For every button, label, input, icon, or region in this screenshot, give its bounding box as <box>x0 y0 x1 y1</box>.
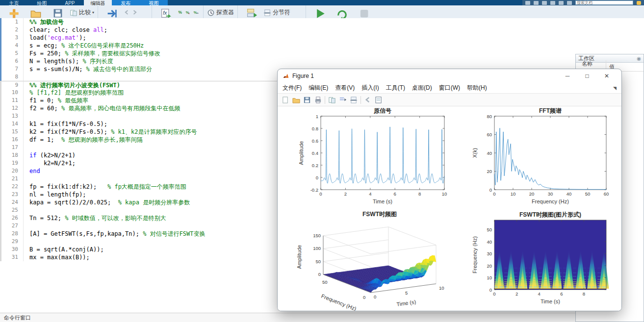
copy-figure-icon[interactable] <box>328 96 336 104</box>
paste-icon[interactable] <box>550 1 555 5</box>
code-line-4[interactable]: 4s = ecg; % 这个ECG信号采样率是250Hz <box>0 42 644 50</box>
tab-home[interactable]: 主页 <box>0 0 28 5</box>
svg-text:80: 80 <box>487 114 492 119</box>
subplot-fft-spectrum[interactable]: 0102030405060020406080Frequency (Hz)X(k)… <box>470 107 622 208</box>
line-number: 27 <box>1 222 23 230</box>
cut-icon[interactable] <box>534 1 539 5</box>
svg-text:0: 0 <box>489 187 492 193</box>
code-text: %% 加载信号 <box>23 18 644 26</box>
svg-text:0: 0 <box>374 294 376 299</box>
compare-button[interactable]: 比较▾ <box>70 8 94 17</box>
figure-titlebar[interactable]: Figure 1 ─ □ ✕ <box>278 69 621 83</box>
menubar-overflow-icon[interactable]: ◥ <box>613 86 617 91</box>
code-line-1[interactable]: 1%% 加载信号 <box>0 18 644 26</box>
minimize-button[interactable]: ─ <box>558 73 577 79</box>
svg-text:0: 0 <box>489 287 492 293</box>
close-button[interactable]: ✕ <box>597 73 617 79</box>
line-number: 18 <box>1 151 23 159</box>
svg-text:20: 20 <box>487 169 492 174</box>
line-number: 2 <box>1 26 23 34</box>
svg-text:4: 4 <box>369 191 371 197</box>
line-number: 23 <box>1 191 23 198</box>
data-tips-icon[interactable] <box>375 96 383 104</box>
figure-menu-i[interactable]: 插入(I) <box>361 84 379 92</box>
line-number: 20 <box>1 167 23 175</box>
insert-colorbar-icon[interactable] <box>339 96 347 104</box>
svg-text:4: 4 <box>538 291 541 297</box>
open-file-icon[interactable] <box>292 96 300 104</box>
redo-icon[interactable] <box>567 1 572 5</box>
tab-plots[interactable]: 绘图 <box>28 0 56 5</box>
command-window-label: 命令行窗口 <box>4 314 31 322</box>
print-figure-icon[interactable] <box>314 96 322 104</box>
line-number: 6 <box>1 57 23 65</box>
svg-text:5: 5 <box>405 290 408 296</box>
svg-text:10: 10 <box>442 191 447 197</box>
code-line-3[interactable]: 3load('ecg.mat'); <box>0 34 644 42</box>
svg-text:Amplitude: Amplitude <box>296 245 302 269</box>
figure-menu-t[interactable]: 工具(T) <box>386 84 405 92</box>
svg-text:100: 100 <box>313 246 321 251</box>
open-icon <box>30 8 41 19</box>
history-arrows[interactable] <box>124 8 148 17</box>
save-icon[interactable] <box>525 1 530 5</box>
new-figure-icon[interactable] <box>282 96 289 104</box>
save-figure-icon[interactable] <box>303 96 311 104</box>
svg-text:0: 0 <box>493 191 495 197</box>
svg-text:60: 60 <box>604 191 609 197</box>
undo-icon[interactable] <box>559 1 564 5</box>
line-number: 17 <box>1 144 23 151</box>
figure-window[interactable]: Figure 1 ─ □ ✕ 文件(F)编辑(E)查看(V)插入(I)工具(T)… <box>277 69 622 311</box>
comment-icon: % <box>178 9 184 16</box>
subplot-fswt-surface[interactable]: 0500510050100150Frequency (Hz)Time (s)Am… <box>286 210 458 311</box>
tab-editor[interactable]: 编辑器 <box>84 0 112 5</box>
maximize-button[interactable]: □ <box>577 73 597 79</box>
subplot-fswt-image[interactable]: 0246801020304050Time (s)Frequency (Hz)FS… <box>470 210 622 311</box>
line-number: 5 <box>1 50 23 57</box>
line-number: 22 <box>1 183 23 191</box>
copy-icon[interactable] <box>542 1 547 5</box>
line-number: 13 <box>1 112 23 120</box>
svg-text:Frequency (Hz): Frequency (Hz) <box>472 236 478 273</box>
code-line-5[interactable]: 5Fs = 250; % 采样频率，需要根据实际信号修改 <box>0 50 644 57</box>
section-break-button[interactable]: 分节符 <box>263 8 302 17</box>
code-text: Fs = 250; % 采样频率，需要根据实际信号修改 <box>23 50 644 57</box>
stop-icon <box>359 8 369 19</box>
svg-text:%: % <box>194 10 197 15</box>
code-line-2[interactable]: 2clear; clc; close all; <box>0 26 644 34</box>
line-number: 10 <box>1 89 23 97</box>
line-number: 25 <box>1 206 23 214</box>
refactor-icon: fx <box>160 8 171 19</box>
tab-apps[interactable]: APP <box>56 0 84 5</box>
profiler-button[interactable]: 探查器 <box>207 8 234 17</box>
svg-text:0.2: 0.2 <box>312 163 318 168</box>
insert-legend-icon[interactable] <box>350 96 358 104</box>
figure-menu-f[interactable]: 文件(F) <box>283 84 302 92</box>
line-number: 29 <box>1 238 23 246</box>
svg-text:150: 150 <box>313 233 321 238</box>
notification-icon[interactable] <box>637 1 641 5</box>
toolbar-separator <box>361 96 361 104</box>
figure-menu-d[interactable]: 桌面(D) <box>412 84 432 92</box>
figure-menu-e[interactable]: 编辑(E) <box>309 84 328 92</box>
line-number: 21 <box>1 175 23 183</box>
subplot-original-signal[interactable]: 0246810-0.200.20.40.60.81Time (s)Amplitu… <box>286 107 458 208</box>
svg-text:FFT频谱: FFT频谱 <box>539 107 562 114</box>
figure-menu-v[interactable]: 查看(V) <box>335 84 355 92</box>
figure-menu-w[interactable]: 窗口(W) <box>439 84 460 92</box>
code-line-6[interactable]: 6N = length(s); % 序列长度 <box>0 57 644 65</box>
tab-publish[interactable]: 发布 <box>112 0 140 5</box>
svg-text:40: 40 <box>487 239 492 245</box>
svg-text:0: 0 <box>318 272 321 277</box>
matlab-desktop: 主页 绘图 APP 编辑器 发布 视图 新建▾ 打开▾ 保存▾ 比较▾ 打印▾ <box>0 0 644 322</box>
comment-tools[interactable]: %%x% <box>178 8 200 17</box>
code-text: s = ecg; % 这个ECG信号采样率是250Hz <box>23 42 644 50</box>
svg-text:Time (s): Time (s) <box>373 198 392 204</box>
line-number: 19 <box>1 159 23 167</box>
figure-menu-h[interactable]: 帮助(H) <box>467 84 487 92</box>
doc-search-input[interactable] <box>575 0 633 5</box>
tab-view[interactable]: 视图 <box>140 0 168 5</box>
pointer-icon[interactable] <box>364 96 372 104</box>
workspace-menu-icon[interactable]: ◉ <box>637 56 641 61</box>
command-window-bar[interactable]: 命令行窗口 ◉ <box>0 313 644 322</box>
